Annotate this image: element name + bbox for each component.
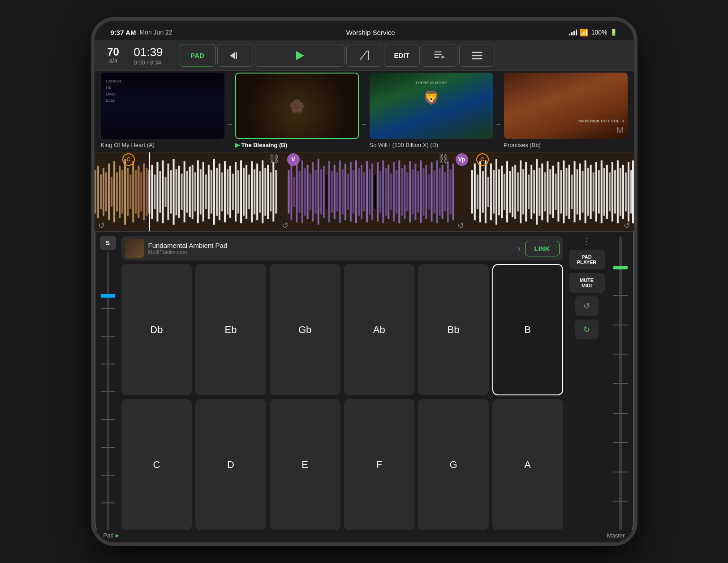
pad-key-g[interactable]: G — [418, 399, 489, 530]
song-thumb-3[interactable]: THERE IS MORE 🦁 — [370, 73, 493, 139]
svg-rect-12 — [97, 166, 99, 218]
playlist-button[interactable] — [422, 44, 457, 67]
svg-rect-74 — [264, 168, 266, 216]
svg-rect-54 — [210, 170, 212, 214]
svg-rect-17 — [111, 177, 112, 207]
status-title: Worship Service — [346, 29, 395, 36]
svg-rect-198 — [625, 172, 626, 211]
svg-rect-142 — [474, 164, 475, 221]
pad-label: Pad ▶ — [103, 532, 119, 539]
pad-key-b[interactable]: B — [492, 264, 563, 395]
svg-rect-146 — [484, 160, 486, 223]
song-thumb-2[interactable]: 🌸 — [235, 73, 359, 139]
pad-key-d[interactable]: D — [195, 399, 266, 530]
current-time: 01:39 — [134, 45, 163, 59]
svg-rect-94 — [328, 161, 330, 222]
svg-rect-1 — [236, 52, 237, 59]
svg-rect-78 — [275, 170, 277, 214]
pad-fader-thumb[interactable] — [101, 294, 115, 298]
svg-rect-91 — [320, 169, 322, 215]
svg-rect-137 — [444, 172, 446, 211]
svg-rect-118 — [393, 162, 395, 221]
pad-fader-track[interactable] — [107, 252, 109, 530]
pad-key-eb[interactable]: Eb — [195, 264, 266, 395]
svg-rect-43 — [181, 173, 182, 210]
svg-rect-139 — [449, 169, 451, 215]
menu-button[interactable] — [459, 44, 495, 67]
svg-rect-83 — [298, 171, 300, 213]
song-thumb-1[interactable]: BecauseHeLivesEvan — [101, 73, 224, 139]
loop-button-2[interactable]: ↻ — [575, 320, 599, 339]
master-fader-column — [611, 236, 630, 530]
edit-button[interactable]: EDIT — [384, 44, 420, 67]
pad-button[interactable]: PAD — [180, 44, 215, 67]
svg-rect-192 — [608, 172, 610, 211]
pad-key-e[interactable]: E — [270, 399, 340, 530]
svg-rect-16 — [108, 164, 110, 221]
pad-key-bb[interactable]: Bb — [418, 264, 489, 395]
svg-rect-41 — [175, 169, 177, 216]
song-thumb-4[interactable]: MAVERICK CITY VOL. 3 M — [504, 73, 628, 139]
svg-rect-168 — [544, 172, 546, 211]
svg-rect-50 — [199, 169, 201, 215]
svg-rect-194 — [614, 170, 616, 214]
play-button[interactable] — [255, 44, 345, 67]
waveform-section[interactable]: C ⛓ V ⛓ Vp C ↺ ↺ ↺ ↺ — [95, 152, 634, 232]
svg-rect-155 — [509, 171, 511, 213]
svg-rect-165 — [536, 159, 538, 225]
mute-midi-button[interactable]: MUTEMIDI — [569, 273, 605, 293]
pad-key-db[interactable]: Db — [121, 264, 192, 395]
waveform-playhead — [149, 152, 150, 231]
pad-key-gb[interactable]: Gb — [270, 264, 340, 395]
svg-rect-133 — [433, 170, 435, 214]
svg-rect-166 — [538, 168, 540, 216]
pad-key-f[interactable]: F — [344, 399, 415, 530]
solo-button[interactable]: S — [100, 236, 116, 250]
svg-rect-176 — [565, 168, 567, 216]
song-item-3[interactable]: THERE IS MORE 🦁 So Will I (100 Billion X… — [368, 73, 495, 148]
pad-chevron-icon[interactable]: › — [518, 244, 521, 253]
svg-rect-116 — [388, 165, 389, 219]
svg-rect-109 — [369, 169, 370, 215]
dots-menu[interactable]: ⋮ — [583, 236, 591, 246]
pad-player-button[interactable]: PADPLAYER — [569, 250, 605, 269]
loop-button-1[interactable]: ↺ — [575, 296, 599, 316]
svg-rect-104 — [355, 160, 357, 223]
pad-key-ab[interactable]: Ab — [344, 264, 415, 395]
song-item-2[interactable]: 🌸 ▶The Blessing (B) — [233, 73, 361, 148]
link-button[interactable]: LINK — [525, 241, 560, 256]
master-fader-track[interactable] — [619, 236, 622, 530]
status-date: Mon Jun 22 — [139, 29, 172, 36]
svg-rect-61 — [229, 166, 231, 218]
fade-button[interactable] — [346, 44, 382, 67]
wifi-icon: 📶 — [580, 28, 589, 37]
svg-rect-67 — [246, 165, 247, 219]
battery-label: 100% — [591, 29, 607, 36]
master-fader-thumb[interactable] — [613, 266, 628, 269]
song-item-1[interactable]: BecauseHeLivesEvan King Of My Heart (A) — [99, 73, 226, 148]
svg-rect-119 — [396, 170, 397, 214]
svg-rect-8 — [472, 55, 482, 56]
svg-rect-11 — [95, 170, 96, 214]
svg-rect-125 — [412, 169, 414, 215]
svg-rect-134 — [436, 160, 438, 223]
song-item-4[interactable]: MAVERICK CITY VOL. 3 M Promises (Bb) — [502, 73, 629, 148]
svg-rect-35 — [159, 171, 161, 213]
svg-rect-140 — [452, 164, 454, 221]
pad-key-a[interactable]: A — [492, 399, 563, 530]
waveform-svg — [95, 152, 634, 231]
svg-rect-169 — [547, 161, 548, 222]
svg-rect-69 — [251, 161, 253, 222]
svg-rect-174 — [560, 170, 562, 214]
svg-rect-33 — [154, 174, 155, 209]
svg-rect-76 — [270, 172, 271, 211]
loop-icon-2: ↻ — [583, 325, 590, 334]
svg-rect-79 — [288, 170, 289, 214]
svg-rect-200 — [630, 170, 632, 214]
rewind-button[interactable] — [217, 44, 253, 67]
svg-rect-178 — [571, 174, 573, 209]
svg-rect-108 — [366, 161, 368, 222]
pad-key-c[interactable]: C — [121, 399, 192, 530]
svg-rect-3 — [434, 51, 441, 52]
svg-rect-26 — [135, 170, 137, 214]
